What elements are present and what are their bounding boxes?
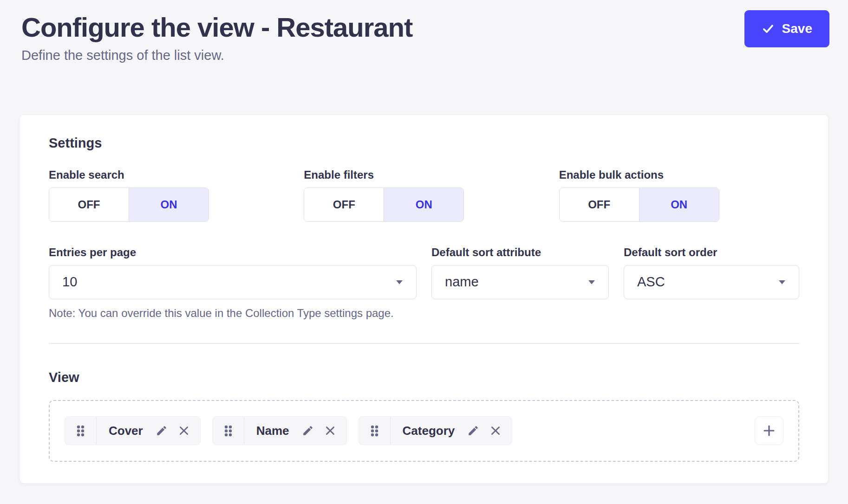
field-entries-per-page: Entries per page 10: [49, 246, 417, 299]
save-button-label: Save: [782, 21, 812, 36]
field-chip-label: Cover: [97, 424, 150, 438]
edit-field-button[interactable]: [297, 425, 319, 437]
pencil-icon: [302, 425, 314, 437]
default-sort-order-label: Default sort order: [624, 246, 799, 259]
enable-filters-on-button[interactable]: ON: [384, 188, 463, 221]
settings-heading: Settings: [49, 136, 799, 151]
remove-field-button[interactable]: [319, 425, 346, 437]
default-sort-order-select[interactable]: ASC: [624, 265, 799, 299]
drag-handle-icon: [77, 425, 85, 437]
field-chip-cover: Cover: [65, 416, 201, 445]
selects-row: Entries per page 10 Default sort attribu…: [49, 246, 799, 299]
chevron-down-icon: [588, 280, 595, 284]
edit-field-button[interactable]: [150, 425, 173, 437]
page-title: Configure the view - Restaurant: [21, 12, 829, 43]
field-enable-bulk-actions: Enable bulk actions OFF ON: [559, 168, 799, 222]
enable-bulk-actions-label: Enable bulk actions: [559, 168, 799, 181]
enable-search-toggle: OFF ON: [49, 187, 209, 222]
enable-filters-off-button[interactable]: OFF: [304, 188, 384, 221]
add-field-button[interactable]: [755, 416, 783, 445]
default-sort-attribute-label: Default sort attribute: [431, 246, 609, 259]
page-header: Configure the view - Restaurant Define t…: [0, 0, 848, 63]
close-icon: [489, 425, 502, 437]
default-sort-order-value: ASC: [637, 274, 665, 290]
entries-per-page-note: Note: You can override this value in the…: [49, 307, 799, 320]
enable-search-label: Enable search: [49, 168, 289, 181]
pencil-icon: [467, 425, 479, 437]
enable-filters-label: Enable filters: [304, 168, 544, 181]
section-divider: [49, 343, 799, 344]
page-subtitle: Define the settings of the list view.: [21, 48, 829, 63]
plus-icon: [762, 423, 776, 438]
settings-card: Settings Enable search OFF ON Enable fil…: [20, 115, 828, 483]
field-chip-name: Name: [212, 416, 347, 445]
field-chip-label: Name: [244, 424, 297, 438]
enable-search-off-button[interactable]: OFF: [49, 188, 129, 221]
pencil-icon: [156, 425, 168, 437]
field-chip-category: Category: [359, 416, 513, 445]
chevron-down-icon: [396, 280, 403, 284]
view-field-list: Cover: [49, 400, 799, 462]
entries-per-page-label: Entries per page: [49, 246, 417, 259]
enable-bulk-actions-toggle: OFF ON: [559, 187, 719, 222]
enable-filters-toggle: OFF ON: [304, 187, 464, 222]
remove-field-button[interactable]: [484, 425, 512, 437]
default-sort-attribute-select[interactable]: name: [431, 265, 609, 299]
drag-handle-icon: [224, 425, 232, 437]
chevron-down-icon: [778, 280, 786, 284]
drag-handle[interactable]: [65, 417, 97, 445]
view-heading: View: [49, 370, 799, 385]
field-chip-label: Category: [391, 424, 463, 438]
field-enable-search: Enable search OFF ON: [49, 168, 289, 222]
entries-per-page-value: 10: [62, 274, 77, 290]
close-icon: [324, 425, 336, 437]
save-button[interactable]: Save: [744, 10, 829, 47]
field-default-sort-attribute: Default sort attribute name: [431, 246, 609, 299]
edit-field-button[interactable]: [462, 425, 484, 437]
entries-per-page-select[interactable]: 10: [49, 265, 417, 299]
check-icon: [762, 22, 775, 35]
drag-handle[interactable]: [213, 417, 244, 445]
enable-search-on-button[interactable]: ON: [129, 188, 209, 221]
field-enable-filters: Enable filters OFF ON: [304, 168, 544, 222]
remove-field-button[interactable]: [173, 425, 200, 437]
default-sort-attribute-value: name: [445, 274, 479, 290]
enable-bulk-actions-on-button[interactable]: ON: [639, 188, 719, 221]
field-default-sort-order: Default sort order ASC: [624, 246, 799, 299]
drag-handle[interactable]: [359, 417, 391, 445]
close-icon: [178, 425, 190, 437]
enable-bulk-actions-off-button[interactable]: OFF: [560, 188, 639, 221]
drag-handle-icon: [371, 425, 378, 437]
toggles-row: Enable search OFF ON Enable filters OFF …: [49, 168, 799, 222]
